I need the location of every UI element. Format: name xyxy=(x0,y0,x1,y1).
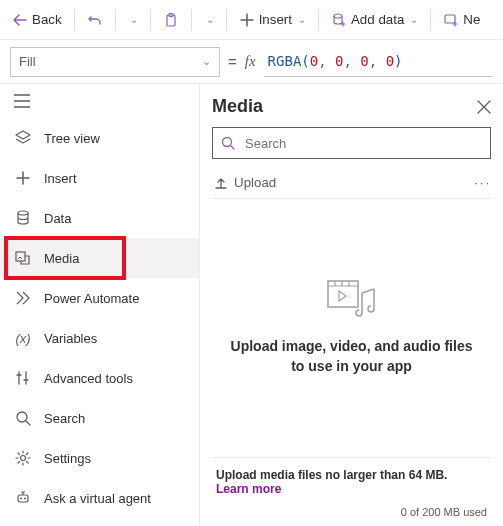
media-placeholder-icon xyxy=(326,279,378,321)
paste-dropdown[interactable]: ⌄ xyxy=(198,10,220,29)
svg-point-6 xyxy=(17,412,27,422)
chevron-down-icon: ⌄ xyxy=(206,14,214,25)
sidebar-item-media[interactable]: Media xyxy=(0,238,199,278)
flow-icon xyxy=(14,289,32,307)
top-toolbar: Back ⌄ ⌄ Insert ⌄ Add data ⌄ Ne xyxy=(0,0,503,40)
search-input[interactable] xyxy=(243,135,482,152)
toolbar-separator xyxy=(115,9,116,31)
usage-text: 0 of 200 MB used xyxy=(216,506,487,518)
undo-icon xyxy=(87,12,103,28)
left-sidebar: Tree view Insert Data Media Power Automa… xyxy=(0,84,200,526)
sidebar-item-power-automate[interactable]: Power Automate xyxy=(0,278,199,318)
property-name: Fill xyxy=(19,54,36,69)
plus-icon xyxy=(239,12,255,28)
empty-text: Upload image, video, and audio files to … xyxy=(222,337,481,376)
svg-rect-5 xyxy=(16,252,25,261)
svg-rect-3 xyxy=(445,15,455,23)
toolbar-separator xyxy=(430,9,431,31)
sidebar-item-tree-view[interactable]: Tree view xyxy=(0,118,199,158)
sidebar-item-label: Advanced tools xyxy=(44,371,133,386)
toolbar-separator xyxy=(150,9,151,31)
sidebar-item-label: Media xyxy=(44,251,79,266)
new-screen-icon xyxy=(443,12,459,28)
clipboard-icon xyxy=(163,12,179,28)
chevron-down-icon: ⌄ xyxy=(202,55,211,68)
variables-icon: (x) xyxy=(14,329,32,347)
plus-icon xyxy=(14,169,32,187)
svg-point-9 xyxy=(20,498,22,500)
more-button[interactable]: ··· xyxy=(474,175,491,190)
sidebar-item-settings[interactable]: Settings xyxy=(0,438,199,478)
toolbar-separator xyxy=(191,9,192,31)
svg-rect-8 xyxy=(18,495,28,502)
sidebar-item-variables[interactable]: (x) Variables xyxy=(0,318,199,358)
search-icon xyxy=(14,409,32,427)
sidebar-item-label: Variables xyxy=(44,331,97,346)
formula-bar: Fill ⌄ = fx RGBA(0, 0, 0, 0) xyxy=(0,40,503,84)
new-screen-button[interactable]: Ne xyxy=(437,8,486,32)
insert-button[interactable]: Insert ⌄ xyxy=(233,8,312,32)
toolbar-separator xyxy=(226,9,227,31)
empty-state: Upload image, video, and audio files to … xyxy=(212,199,491,457)
close-button[interactable] xyxy=(477,100,491,114)
sidebar-item-label: Insert xyxy=(44,171,77,186)
search-icon xyxy=(221,136,235,150)
undo-button[interactable] xyxy=(81,8,109,32)
sidebar-item-advanced-tools[interactable]: Advanced tools xyxy=(0,358,199,398)
bot-icon xyxy=(14,489,32,507)
upload-button[interactable]: Upload xyxy=(212,171,278,194)
upload-icon xyxy=(214,176,228,190)
panel-footer: Upload media files no larger than 64 MB.… xyxy=(212,457,491,526)
media-panel: Media Upload ··· xyxy=(200,84,503,526)
formula-input[interactable]: RGBA(0, 0, 0, 0) xyxy=(264,47,493,77)
fx-icon[interactable]: fx xyxy=(245,53,256,70)
gear-icon xyxy=(14,449,32,467)
paste-button[interactable] xyxy=(157,8,185,32)
add-data-button[interactable]: Add data ⌄ xyxy=(325,8,424,32)
hamburger-button[interactable] xyxy=(0,84,199,118)
panel-title: Media xyxy=(212,96,263,117)
toolbar-separator xyxy=(318,9,319,31)
upload-label: Upload xyxy=(234,175,276,190)
sidebar-item-virtual-agent[interactable]: Ask a virtual agent xyxy=(0,478,199,518)
chevron-down-icon: ⌄ xyxy=(130,14,138,25)
svg-point-7 xyxy=(21,456,26,461)
learn-more-link[interactable]: Learn more xyxy=(216,482,487,496)
back-button[interactable]: Back xyxy=(6,8,68,32)
insert-label: Insert xyxy=(259,12,292,27)
sidebar-item-label: Tree view xyxy=(44,131,100,146)
undo-dropdown[interactable]: ⌄ xyxy=(122,10,144,29)
sidebar-item-label: Data xyxy=(44,211,71,226)
sidebar-item-label: Settings xyxy=(44,451,91,466)
database-icon xyxy=(331,12,347,28)
chevron-down-icon: ⌄ xyxy=(410,14,418,25)
equals-sign: = xyxy=(228,53,237,70)
add-data-label: Add data xyxy=(351,12,404,27)
sidebar-item-label: Power Automate xyxy=(44,291,139,306)
chevron-down-icon: ⌄ xyxy=(298,14,306,25)
svg-point-10 xyxy=(24,498,26,500)
layers-icon xyxy=(14,129,32,147)
back-label: Back xyxy=(32,12,62,27)
sidebar-item-label: Search xyxy=(44,411,85,426)
tools-icon xyxy=(14,369,32,387)
svg-point-4 xyxy=(18,211,28,215)
sidebar-item-label: Ask a virtual agent xyxy=(44,491,151,506)
search-box[interactable] xyxy=(212,127,491,159)
close-icon xyxy=(477,100,491,114)
database-icon xyxy=(14,209,32,227)
sidebar-item-insert[interactable]: Insert xyxy=(0,158,199,198)
property-selector[interactable]: Fill ⌄ xyxy=(10,47,220,77)
sidebar-item-data[interactable]: Data xyxy=(0,198,199,238)
svg-point-2 xyxy=(334,14,342,18)
toolbar-separator xyxy=(74,9,75,31)
media-icon xyxy=(14,249,32,267)
new-label: Ne xyxy=(463,12,480,27)
formula-fn: RGBA xyxy=(268,53,302,69)
arrow-left-icon xyxy=(12,12,28,28)
footer-text: Upload media files no larger than 64 MB. xyxy=(216,468,487,482)
sidebar-item-search[interactable]: Search xyxy=(0,398,199,438)
